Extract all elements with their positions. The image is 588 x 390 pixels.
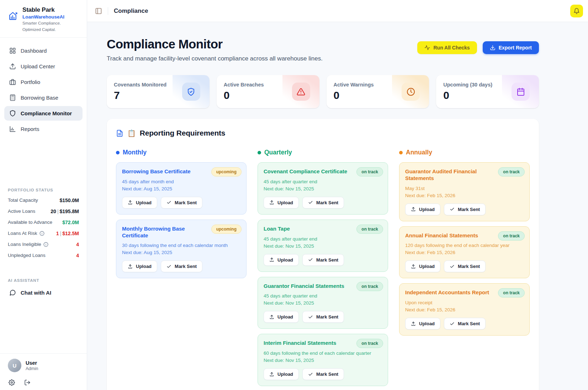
sidebar-item-reports[interactable]: Reports [4, 122, 83, 136]
reporting-columns: Monthly Borrowing Base Certificate upcom… [116, 149, 530, 390]
upload-icon [411, 321, 416, 326]
upload-button[interactable]: Upload [264, 197, 299, 209]
sidebar-toggle-icon[interactable] [95, 7, 102, 15]
reporting-card: Independent Accountants Report on track … [399, 283, 530, 336]
user-role: Admin [26, 366, 38, 371]
sidebar-item-compliance-monitor[interactable]: Compliance Monitor [4, 106, 83, 121]
upload-icon [269, 372, 274, 377]
upload-button[interactable]: Upload [405, 318, 440, 330]
check-icon [166, 264, 171, 269]
page-title: Compliance Monitor [107, 37, 323, 51]
user-name: User [26, 360, 38, 366]
mark-sent-button[interactable]: Mark Sent [302, 197, 344, 209]
card-frequency: 120 days following the end of each calen… [405, 243, 524, 248]
calculator-icon [9, 94, 16, 101]
card-due-date: Next due: Feb 15, 2026 [405, 307, 524, 312]
card-due-date: Next due: Aug 15, 2025 [122, 186, 240, 191]
reporting-title: Reporting Requirements [140, 129, 226, 137]
brand-tagline-2: Optimized Capital. [22, 27, 64, 32]
column-heading: Quarterly [264, 149, 292, 156]
status-badge: upcoming [211, 167, 242, 176]
mark-sent-button[interactable]: Mark Sent [302, 254, 344, 266]
card-due-date: Next due: Nov 15, 2025 [264, 243, 382, 249]
status-badge: on track [356, 225, 383, 234]
reporting-card: Covenant Compliance Certificate on track… [258, 162, 388, 215]
status-row-available-to-advance: Available to Advance $72.0M [0, 220, 87, 225]
sidebar-item-label: Dashboard [21, 48, 47, 54]
portfolio-status-heading: PORTFOLIO STATUS [0, 188, 87, 192]
avatar: U [8, 359, 21, 372]
sidebar-item-borrowing-base[interactable]: Borrowing Base [4, 90, 83, 105]
status-badge: on track [498, 167, 525, 176]
upload-button[interactable]: Upload [405, 260, 440, 272]
sidebar-footer-icons [8, 379, 79, 386]
status-row-loans-at-risk: Loans At Risk 1|$12.5M [0, 231, 87, 236]
upload-button[interactable]: Upload [264, 254, 299, 266]
upload-icon [411, 207, 416, 212]
page-header: Compliance Monitor Track and manage faci… [107, 37, 539, 62]
export-report-button[interactable]: Export Report [483, 41, 539, 54]
stat-active-warnings: Active Warnings 0 [327, 75, 429, 108]
status-badge: on track [498, 288, 525, 297]
reporting-card: Interim Financial Statements on track 60… [258, 334, 388, 386]
mark-sent-button[interactable]: Mark Sent [444, 204, 486, 215]
status-badge: on track [356, 339, 383, 348]
clipboard-icon: 📋 [127, 129, 136, 137]
sidebar-item-label: Reports [21, 126, 39, 132]
info-icon[interactable] [39, 231, 44, 236]
user-block: U User Admin [0, 353, 87, 390]
upload-button[interactable]: Upload [405, 204, 440, 215]
column-quarterly: Quarterly Covenant Compliance Certificat… [258, 149, 388, 390]
sidebar-nav: Dashboard Upload Center Portfolio Borrow… [0, 38, 87, 137]
brand-text: Stable Park LoanWarehouseAI Smarter Comp… [22, 6, 64, 32]
brand: Stable Park LoanWarehouseAI Smarter Comp… [0, 0, 87, 38]
logout-icon[interactable] [24, 379, 31, 386]
brand-title: Stable Park [22, 6, 64, 14]
chat-with-ai-label: Chat with AI [21, 290, 51, 296]
chat-bubble-icon [9, 289, 16, 296]
upload-icon [269, 200, 274, 205]
mark-sent-button[interactable]: Mark Sent [444, 318, 486, 330]
topbar-divider [108, 7, 108, 15]
upload-button[interactable]: Upload [264, 368, 299, 380]
shield-icon [9, 110, 16, 117]
chat-with-ai-button[interactable]: Chat with AI [4, 285, 83, 300]
sidebar: Stable Park LoanWarehouseAI Smarter Comp… [0, 0, 87, 390]
notifications-button[interactable] [570, 5, 583, 17]
brand-subtitle: LoanWarehouseAI [22, 14, 64, 20]
card-due-date: Next due: Feb 15, 2026 [405, 250, 524, 255]
status-row-unpledged-loans: Unpledged Loans 4 [0, 253, 87, 258]
upload-button[interactable]: Upload [264, 311, 299, 323]
sidebar-item-dashboard[interactable]: Dashboard [4, 43, 83, 58]
stat-upcoming-30-days: Upcoming (30 days) 0 [436, 75, 539, 108]
mark-sent-button[interactable]: Mark Sent [161, 197, 202, 209]
upload-button[interactable]: Upload [122, 197, 157, 209]
sidebar-item-portfolio[interactable]: Portfolio [4, 75, 83, 89]
status-badge: on track [498, 231, 525, 241]
status-badge: on track [356, 167, 383, 176]
total-capacity-value: $150.0M [60, 197, 79, 203]
mark-sent-button[interactable]: Mark Sent [161, 260, 202, 272]
active-loans-value: 20|$195.8M [51, 209, 79, 214]
ai-assistant-section: AI ASSISTANT Chat with AI [0, 278, 87, 300]
status-badge: on track [356, 282, 383, 291]
gear-icon[interactable] [9, 379, 15, 386]
sidebar-item-label: Upload Center [21, 63, 55, 69]
upload-button[interactable]: Upload [122, 260, 157, 272]
sidebar-item-upload-center[interactable]: Upload Center [4, 59, 83, 74]
unpledged-loans-value: 4 [76, 253, 79, 258]
card-frequency: 45 days after quarter end [264, 293, 382, 299]
alert-triangle-icon [297, 88, 305, 96]
card-due-date: Next due: Nov 15, 2025 [264, 358, 382, 363]
mark-sent-button[interactable]: Mark Sent [302, 311, 344, 323]
mark-sent-button[interactable]: Mark Sent [302, 368, 344, 380]
check-icon [450, 321, 455, 326]
info-icon[interactable] [43, 242, 48, 247]
user-profile[interactable]: U User Admin [8, 359, 79, 372]
card-frequency: 45 days after quarter end [264, 179, 382, 184]
run-all-checks-button[interactable]: Run All Checks [417, 41, 477, 54]
clock-icon [407, 88, 415, 96]
reporting-card: Guarantor Audited Financial Statements o… [399, 162, 530, 221]
mark-sent-button[interactable]: Mark Sent [444, 260, 486, 272]
bar-chart-icon [9, 126, 16, 132]
